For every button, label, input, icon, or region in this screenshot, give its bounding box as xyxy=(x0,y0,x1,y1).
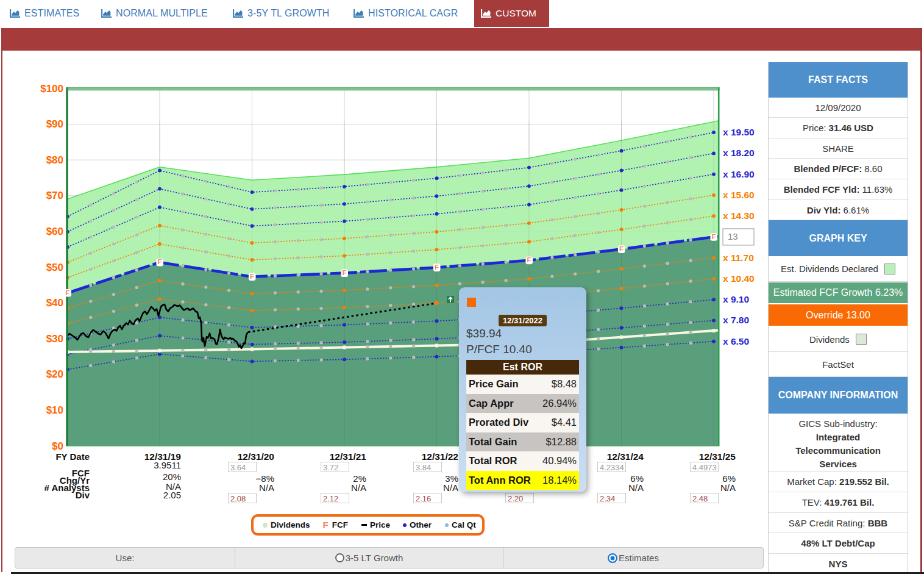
svg-text:x 9.10: x 9.10 xyxy=(723,294,749,304)
svg-text:$80: $80 xyxy=(46,154,63,166)
svg-text:x 10.40: x 10.40 xyxy=(723,273,755,284)
svg-text:x 6.50: x 6.50 xyxy=(723,336,749,346)
svg-text:F: F xyxy=(711,233,716,240)
svg-text:x 7.80: x 7.80 xyxy=(723,315,749,325)
svg-text:x 18.20: x 18.20 xyxy=(723,148,755,158)
svg-text:$70: $70 xyxy=(46,190,63,201)
svg-text:13: 13 xyxy=(728,231,738,242)
svg-text:x 15.60: x 15.60 xyxy=(723,190,755,200)
svg-text:F: F xyxy=(65,289,69,296)
svg-text:$30: $30 xyxy=(46,333,63,345)
svg-text:x 19.50: x 19.50 xyxy=(723,127,755,137)
svg-text:F: F xyxy=(435,264,439,271)
svg-text:F: F xyxy=(342,269,346,276)
svg-text:$20: $20 xyxy=(46,368,63,380)
svg-text:$40: $40 xyxy=(46,297,63,309)
svg-text:$50: $50 xyxy=(46,262,63,273)
svg-text:$60: $60 xyxy=(46,226,63,237)
svg-text:$10: $10 xyxy=(46,404,63,416)
svg-text:F: F xyxy=(157,258,162,265)
svg-text:$90: $90 xyxy=(46,118,63,130)
svg-text:$100: $100 xyxy=(40,83,63,95)
svg-text:x 14.30: x 14.30 xyxy=(723,210,755,221)
svg-text:F: F xyxy=(250,273,254,280)
svg-text:F: F xyxy=(619,245,624,253)
svg-text:x 16.90: x 16.90 xyxy=(723,169,755,179)
svg-text:F: F xyxy=(527,256,531,264)
svg-text:$0: $0 xyxy=(52,440,63,452)
svg-text:x 11.70: x 11.70 xyxy=(723,253,754,263)
